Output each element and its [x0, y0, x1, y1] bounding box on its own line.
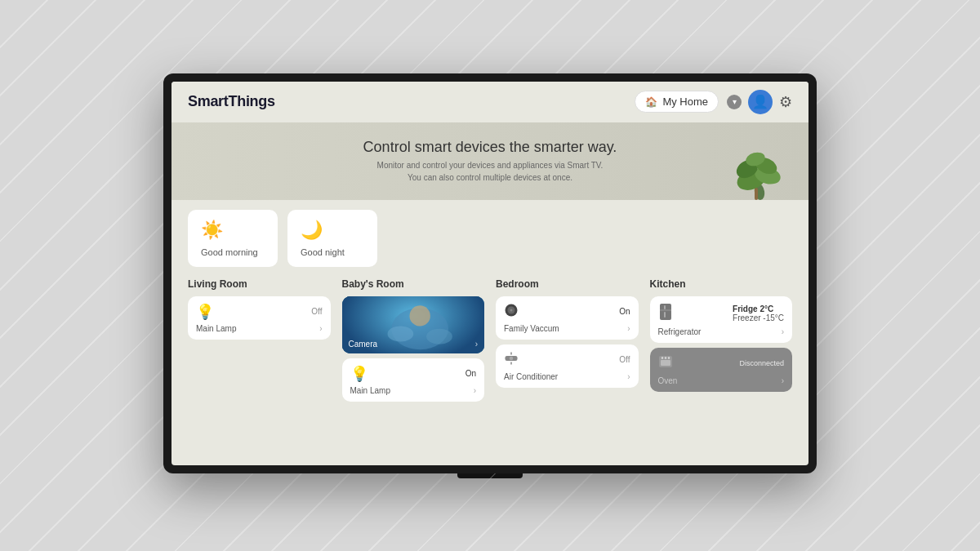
svg-point-16	[510, 356, 514, 360]
svg-point-10	[387, 326, 413, 341]
tv-outer: SmartThings 🏠 My Home 👤 ⚙ Control smart …	[163, 73, 817, 478]
avatar-icon: 👤	[752, 94, 768, 109]
living-room-title: Living Room	[188, 278, 331, 290]
lamp-on-status: On	[466, 369, 476, 378]
ac-status: Off	[619, 355, 630, 364]
plant-decoration	[710, 135, 792, 200]
svg-rect-21	[664, 305, 666, 309]
camera-label: Camera	[349, 340, 378, 349]
svg-point-11	[426, 328, 452, 344]
oven-icon	[658, 354, 673, 373]
night-icon: 🌙	[301, 220, 364, 241]
svg-rect-22	[664, 312, 666, 318]
oven-disconnected-badge: Disconnected	[739, 359, 784, 367]
room-living-room: Living Room 💡 Off Main Lamp ›	[188, 278, 331, 402]
lamp-off-icon: 💡	[196, 303, 214, 321]
lamp-status: Off	[311, 307, 322, 316]
home-label: My Home	[662, 96, 708, 108]
tv-frame: SmartThings 🏠 My Home 👤 ⚙ Control smart …	[163, 73, 817, 473]
ac-name: Air Conditioner	[504, 372, 558, 381]
device-card-vacuum[interactable]: On Family Vaccum ›	[496, 296, 639, 340]
header-right: 🏠 My Home 👤 ⚙	[635, 90, 792, 114]
ac-icon	[504, 351, 519, 369]
fridge-temp-main: Fridge 2°C	[733, 304, 784, 313]
svg-point-26	[664, 357, 666, 358]
morning-label: Good morning	[201, 247, 265, 257]
vacuum-status: On	[619, 307, 630, 316]
good-night-card[interactable]: 🌙 Good night	[287, 210, 377, 267]
home-icon: 🏠	[645, 96, 657, 108]
ac-chevron: ›	[627, 372, 630, 381]
vacuum-icon	[504, 303, 519, 321]
dropdown-button[interactable]	[727, 95, 742, 109]
room-babys-room: Baby's Room	[342, 278, 485, 402]
bedroom-devices: On Family Vaccum ›	[496, 296, 639, 388]
baby-lamp-chevron: ›	[474, 386, 476, 395]
vacuum-chevron: ›	[627, 324, 630, 333]
settings-button[interactable]: ⚙	[779, 93, 792, 111]
svg-rect-6	[755, 188, 758, 200]
oven-name: Oven	[658, 376, 678, 385]
app-header: SmartThings 🏠 My Home 👤 ⚙	[172, 82, 808, 122]
tv-stand	[457, 473, 523, 478]
oven-chevron: ›	[782, 376, 784, 385]
lamp-on-icon: 💡	[350, 365, 368, 383]
babys-room-devices: Camera › 💡 On Ma	[342, 296, 485, 402]
living-room-devices: 💡 Off Main Lamp ›	[188, 296, 331, 340]
room-kitchen: Kitchen Fridge 2°C Fre	[650, 278, 793, 402]
bedroom-title: Bedroom	[496, 278, 639, 290]
vacuum-name: Family Vaccum	[504, 324, 559, 333]
baby-lamp-name: Main Lamp	[350, 386, 390, 395]
fridge-icon	[658, 303, 673, 324]
banner: Control smart devices the smarter way. M…	[172, 122, 808, 200]
fridge-temps: Fridge 2°C Freezer -15°C	[733, 304, 784, 322]
fridge-name: Refrigerator	[658, 327, 702, 336]
svg-rect-24	[661, 360, 670, 366]
avatar[interactable]: 👤	[748, 90, 773, 114]
fridge-chevron: ›	[782, 327, 784, 336]
good-morning-card[interactable]: ☀️ Good morning	[188, 210, 278, 267]
room-bedroom: Bedroom On	[496, 278, 639, 402]
svg-point-25	[661, 357, 662, 358]
svg-point-14	[510, 309, 513, 311]
device-card-main-lamp-living[interactable]: 💡 Off Main Lamp ›	[188, 296, 331, 340]
fridge-temp-secondary: Freezer -15°C	[733, 313, 784, 322]
babys-room-title: Baby's Room	[342, 278, 485, 290]
svg-point-9	[409, 305, 430, 326]
morning-icon: ☀️	[201, 220, 265, 241]
rooms-grid: Living Room 💡 Off Main Lamp ›	[188, 278, 792, 402]
app-logo: SmartThings	[188, 93, 275, 110]
tv-screen: SmartThings 🏠 My Home 👤 ⚙ Control smart …	[172, 82, 808, 465]
home-selector[interactable]: 🏠 My Home	[635, 91, 719, 113]
banner-subtitle: Monitor and control your devices and app…	[377, 159, 604, 184]
kitchen-title: Kitchen	[650, 278, 793, 290]
svg-point-27	[667, 357, 669, 358]
lamp-name: Main Lamp	[196, 324, 236, 333]
lamp-chevron: ›	[319, 324, 322, 333]
device-card-oven[interactable]: Disconnected Oven ›	[650, 348, 793, 392]
device-card-fridge[interactable]: Fridge 2°C Freezer -15°C Refrigerator ›	[650, 296, 793, 343]
camera-chevron-icon: ›	[475, 340, 478, 349]
main-content: ☀️ Good morning 🌙 Good night Living Room	[172, 200, 808, 465]
device-card-main-lamp-baby[interactable]: 💡 On Main Lamp ›	[342, 358, 485, 402]
device-card-ac[interactable]: Off Air Conditioner ›	[496, 344, 639, 388]
kitchen-devices: Fridge 2°C Freezer -15°C Refrigerator ›	[650, 296, 793, 392]
banner-title: Control smart devices the smarter way.	[363, 139, 617, 156]
camera-card[interactable]: Camera ›	[342, 296, 485, 353]
night-label: Good night	[301, 247, 364, 257]
time-cards-row: ☀️ Good morning 🌙 Good night	[188, 210, 792, 267]
